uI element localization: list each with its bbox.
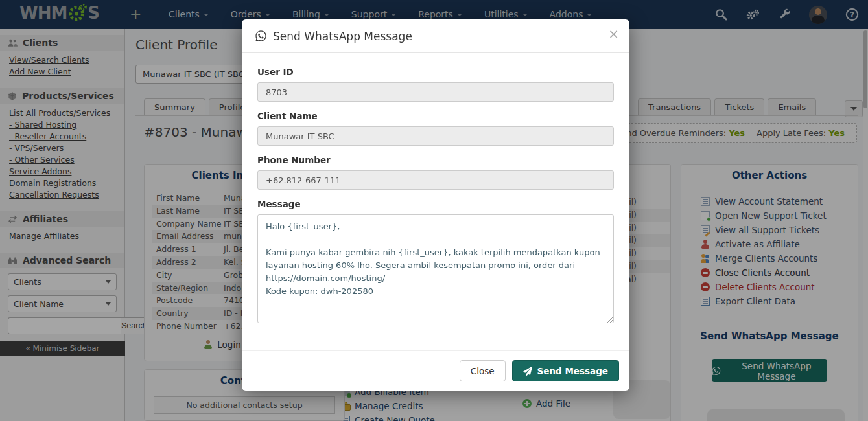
user-id-label: User ID	[257, 67, 614, 77]
phone-number-label: Phone Number	[257, 155, 614, 165]
message-textarea[interactable]: Halo {first_user}, Kami punya kabar gemb…	[257, 214, 614, 323]
modal-header: Send WhatsApp Message ×	[242, 19, 629, 53]
close-button[interactable]: Close	[460, 360, 506, 381]
user-id-field[interactable]	[257, 82, 614, 102]
modal-footer: Close Send Message	[242, 350, 629, 391]
client-name-field[interactable]	[257, 126, 614, 146]
client-name-label: Client Name	[257, 111, 614, 121]
modal-title: Send WhatsApp Message	[273, 30, 412, 43]
paper-plane-icon	[523, 367, 532, 376]
phone-number-field[interactable]	[257, 170, 614, 190]
message-label: Message	[257, 199, 614, 209]
modal-close-icon[interactable]: ×	[608, 27, 619, 40]
send-whatsapp-modal: Send WhatsApp Message × User ID Client N…	[242, 19, 629, 391]
whatsapp-icon	[255, 30, 267, 42]
send-message-button[interactable]: Send Message	[512, 360, 619, 381]
